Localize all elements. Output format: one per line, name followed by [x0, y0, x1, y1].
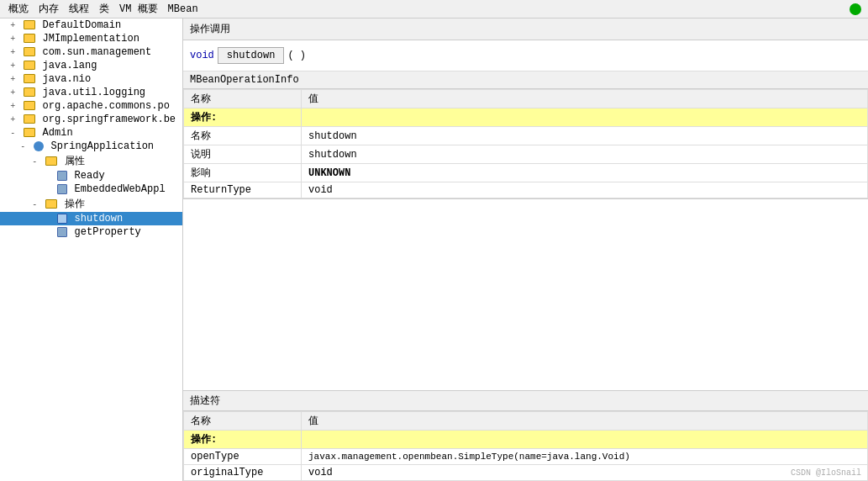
table-row-ops: 操作: [184, 108, 868, 127]
menu-classes[interactable]: 类 [94, 0, 114, 18]
tree-node-java-util-log[interactable]: + java.util.logging [0, 86, 182, 99]
tree-node-ready[interactable]: Ready [0, 169, 182, 182]
menu-vm[interactable]: VM 概要 [114, 0, 163, 18]
leaf-icon-embedded [57, 184, 67, 194]
label-getproperty: getProperty [75, 226, 141, 238]
label-admin: Admin [43, 127, 73, 139]
tree-node-org-spring[interactable]: + org.springframework.be [0, 113, 182, 126]
desc-ops-name-cell: 操作: [184, 431, 302, 449]
label-default-domain: DefaultDomain [43, 19, 122, 31]
invoke-section-title: 操作调用 [190, 24, 230, 35]
folder-icon [24, 47, 35, 56]
expander-java-util-log[interactable]: + [8, 88, 18, 98]
menu-memory[interactable]: 内存 [34, 0, 64, 18]
desc-col-value: 值 [302, 412, 868, 431]
name-label-cell: 名称 [184, 127, 302, 145]
expander-default-domain[interactable]: + [8, 21, 18, 30]
impact-label-cell: 影响 [184, 164, 302, 182]
expander-org-apache[interactable]: + [8, 102, 18, 111]
menu-threads[interactable]: 线程 [64, 0, 94, 18]
table-row-name: 名称 shutdown [184, 127, 868, 145]
desc-value-cell: shutdown [302, 145, 868, 164]
expander-java-lang[interactable]: + [8, 61, 18, 71]
label-org-apache: org.apache.commons.po [43, 100, 170, 112]
folder-icon [24, 74, 35, 83]
tree-node-java-lang[interactable]: + java.lang [0, 59, 182, 72]
label-java-lang: java.lang [43, 60, 97, 71]
returntype-label-cell: ReturnType [184, 182, 302, 198]
content-inner: 操作调用 void shutdown ( ) MBeanOperationInf… [183, 18, 868, 481]
label-java-util-log: java.util.logging [43, 87, 145, 98]
watermark: CSDN @IloSnail [791, 468, 861, 478]
label-embedded: EmbeddedWebAppl [75, 183, 166, 195]
ops-value-cell [302, 108, 868, 127]
col-name-header: 名称 [184, 90, 302, 108]
desc-opentype-value: javax.management.openmbean.SimpleType(na… [302, 449, 868, 465]
middle-spacer [183, 199, 868, 390]
tree-node-admin[interactable]: - Admin [0, 126, 182, 140]
desc-opentype-label: openType [184, 449, 302, 465]
tree-node-spring-app[interactable]: - SpringApplication [0, 140, 182, 153]
label-attr: 属性 [65, 156, 85, 167]
bean-icon [34, 141, 44, 151]
folder-icon [24, 20, 35, 29]
menu-mbean[interactable]: MBean [163, 2, 203, 17]
folder-icon [24, 87, 35, 97]
folder-icon-ops [45, 199, 57, 209]
expander-java-nio[interactable]: + [8, 75, 18, 84]
tree-node-java-nio[interactable]: + java.nio [0, 72, 182, 86]
label-org-spring: org.springframework.be [43, 114, 176, 125]
status-indicator [850, 3, 861, 15]
tree-node-embedded[interactable]: EmbeddedWebAppl [0, 182, 182, 196]
return-type-label: void [190, 50, 214, 61]
folder-icon-admin [24, 128, 35, 137]
tree-node-org-apache[interactable]: + org.apache.commons.po [0, 99, 182, 113]
expander-attr[interactable]: - [29, 157, 39, 166]
tree-node-ops[interactable]: - 操作 [0, 196, 182, 212]
tree-node-shutdown[interactable]: shutdown [0, 212, 182, 225]
expander-com-sun[interactable]: + [8, 48, 18, 57]
name-value-cell: shutdown [302, 127, 868, 145]
mbean-info-title: MBeanOperationInfo [190, 74, 299, 86]
folder-icon [24, 114, 35, 124]
returntype-value-cell: void [302, 182, 868, 198]
label-spring-app: SpringApplication [51, 140, 154, 152]
folder-icon-attr [45, 156, 57, 166]
expander-ops[interactable]: - [29, 200, 39, 209]
desc-label-cell: 说明 [184, 145, 302, 164]
descriptor-table: 名称 值 操作: openType javax.management.openm… [183, 411, 868, 481]
operation-invoke: void shutdown ( ) [183, 40, 868, 71]
table-row-impact: 影响 UNKNOWN [184, 164, 868, 182]
label-ready: Ready [75, 170, 105, 182]
sidebar-tree: + DefaultDomain + JMImplementation + com… [0, 18, 183, 481]
label-ops: 操作 [65, 198, 85, 210]
tree-node-attr[interactable]: - 属性 [0, 153, 182, 169]
invoke-parens: ( ) [287, 50, 306, 61]
table-row-desc: 说明 shutdown [184, 145, 868, 164]
leaf-icon-ready [57, 171, 67, 181]
expander-admin[interactable]: - [8, 129, 18, 138]
expander-org-spring[interactable]: + [8, 115, 18, 124]
folder-icon [24, 101, 35, 110]
desc-row-ops: 操作: [184, 431, 868, 449]
expander-jmi[interactable]: + [8, 34, 18, 44]
menu-overview[interactable]: 概览 [3, 0, 34, 18]
tree-node-com-sun[interactable]: + com.sun.management [0, 45, 182, 59]
expander-spring-app[interactable]: - [18, 142, 28, 151]
leaf-icon-getproperty [57, 227, 67, 237]
mbean-info-section: MBeanOperationInfo 名称 值 操作: [183, 71, 868, 199]
invoke-section-header: 操作调用 [183, 18, 868, 40]
content-panel: 操作调用 void shutdown ( ) MBeanOperationInf… [183, 18, 868, 481]
desc-row-originaltype: originalType void [184, 465, 868, 481]
desc-originaltype-value: void [302, 465, 868, 481]
invoke-row: void shutdown ( ) [190, 47, 861, 64]
tree-node-default-domain[interactable]: + DefaultDomain [0, 18, 182, 32]
label-java-nio: java.nio [43, 73, 92, 85]
invoke-shutdown-button[interactable]: shutdown [218, 47, 285, 64]
tree-node-jmi[interactable]: + JMImplementation [0, 32, 182, 45]
descriptor-title: 描述符 [190, 395, 220, 407]
main-container: + DefaultDomain + JMImplementation + com… [0, 18, 868, 481]
tree-node-getproperty[interactable]: getProperty [0, 225, 182, 239]
desc-col-name: 名称 [184, 412, 302, 431]
table-row-returntype: ReturnType void [184, 182, 868, 198]
